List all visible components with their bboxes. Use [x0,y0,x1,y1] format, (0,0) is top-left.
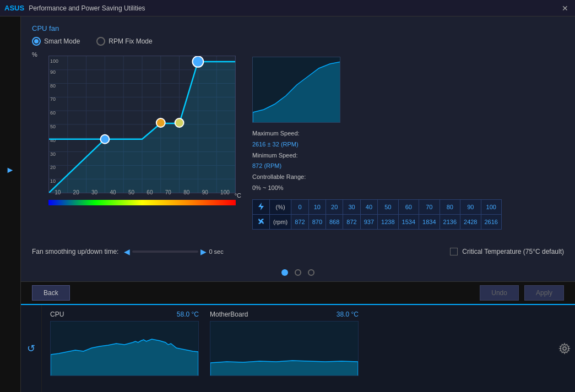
smart-mode-label: Smart Mode [44,37,80,45]
smart-mode-radio[interactable]: Smart Mode [32,37,80,46]
lightning-icon [256,202,266,211]
status-back-button[interactable]: ↺ [21,305,42,392]
mb-wave-svg [210,322,358,376]
title-bar: ASUS Performance and Power Saving Utilit… [0,0,575,17]
svg-text:90: 90 [50,69,56,75]
undo-button[interactable]: Undo [480,285,519,301]
settings-button[interactable] [554,305,575,392]
svg-marker-39 [51,339,198,376]
rpm-fix-radio-circle [96,37,105,46]
min-speed-value: 872 (RPM) [252,161,564,172]
cpu-temp-graph [50,321,199,376]
close-button[interactable]: ✕ [560,3,571,14]
svg-point-32 [156,118,165,127]
back-button[interactable]: Back [32,285,70,301]
svg-text:10: 10 [50,178,56,184]
top-section: CPU fan Smart Mode RPM Fix Mode % [21,17,575,281]
max-speed-value: 2616 ± 32 (RPM) [252,139,564,150]
status-bar: ↺ CPU 58.0 °C [21,304,575,392]
window-title: Performance and Power Saving Utilities [29,4,145,12]
svg-marker-40 [210,361,358,376]
sidebar-toggle[interactable]: ► [6,165,15,175]
smoothing-row: Fan smoothing up/down time: ◀ ▶ 0 sec [32,242,224,262]
mb-temp-graph [210,321,359,376]
slider-right-arrow[interactable]: ▶ [200,247,207,256]
cpu-temp-monitor: CPU 58.0 °C [50,311,199,386]
chart-y-label: % [32,51,37,58]
svg-text:60: 60 [50,110,56,116]
main-container: ► CPU fan Smart Mode RPM Fix Mode [0,17,575,392]
chart-svg: 10 20 30 40 50 60 70 80 90 100 [49,56,235,193]
page-dot-3[interactable] [308,269,314,276]
rpm-3: 872 [343,214,360,229]
slider-left-arrow[interactable]: ◀ [124,247,130,256]
pct-2: 20 [326,199,343,214]
gear-icon [558,342,571,355]
min-speed-label: Minimum Speed: [252,150,564,161]
pct-1: 10 [308,199,326,214]
rpm-table-container: (%) 0 10 20 30 40 50 60 70 80 90 [252,199,564,230]
slider-value: 0 sec [209,248,223,255]
rpm-10: 2616 [481,214,501,229]
rpm-5: 1238 [378,214,398,229]
pct-3: 30 [343,199,360,214]
fan-icon-cell [253,214,270,229]
page-dot-2[interactable] [295,269,301,276]
rpm-7: 1834 [419,214,440,229]
rpm-6: 1534 [398,214,419,229]
fan-icon [256,216,266,226]
cpu-label: CPU [50,311,64,318]
rpm-1: 870 [308,214,326,229]
pct-7: 70 [419,199,440,214]
motherboard-temp-monitor: MotherBoard 38.0 °C [210,311,359,386]
svg-text:80: 80 [50,83,56,89]
mb-value: 38.0 °C [337,311,359,318]
mb-monitor-header: MotherBoard 38.0 °C [210,311,359,318]
page-dot-1[interactable] [281,269,288,276]
svg-point-33 [175,118,184,127]
smart-mode-radio-circle [32,37,41,46]
rpm-4: 937 [360,214,377,229]
smoothing-critical-row: Fan smoothing up/down time: ◀ ▶ 0 sec Cr… [32,242,564,265]
smoothing-label: Fan smoothing up/down time: [32,248,118,255]
critical-temp-label: Critical Temperature (75°C default) [462,248,564,255]
slider-track[interactable] [132,251,198,253]
pct-4: 40 [360,199,377,214]
apply-button[interactable]: Apply [524,285,564,301]
svg-text:20: 20 [50,165,56,170]
speed-curve-svg [253,57,340,123]
chart-info-row: % [32,51,564,235]
chart-grid[interactable]: 10 20 30 40 50 60 70 80 90 100 [48,56,236,193]
pct-8: 80 [440,199,460,214]
pagination-row [32,265,564,280]
pct-label-cell: (%) [270,199,291,214]
svg-text:70: 70 [50,96,56,102]
chart-x-labels: 1020304050 60708090100 [48,189,236,195]
range-label: Controllable Range: [252,172,564,183]
svg-marker-37 [258,203,264,210]
svg-text:100: 100 [50,58,58,64]
pct-6: 60 [398,199,419,214]
svg-point-31 [100,135,109,144]
rpm-fix-mode-label: RPM Fix Mode [109,37,152,45]
range-value: 0% ~ 100% [252,183,564,194]
svg-point-34 [192,56,203,67]
cpu-wave-svg [51,322,198,376]
temp-monitors: CPU 58.0 °C MotherBoard 38.0 °C [42,305,554,392]
chart-c-label: °C [235,192,241,199]
pct-9: 90 [460,199,481,214]
svg-point-38 [260,220,263,222]
critical-temp-checkbox[interactable] [450,248,458,255]
rpm-table-rpm-row: (rpm) 872 870 868 872 937 1238 1534 1834… [253,214,502,229]
rpm-fix-mode-radio[interactable]: RPM Fix Mode [96,37,152,46]
rpm-2: 868 [326,214,343,229]
rpm-8: 2136 [440,214,460,229]
sidebar: ► [0,17,21,392]
slider-container: ◀ ▶ 0 sec [124,247,223,256]
info-panel: Maximum Speed: 2616 ± 32 (RPM) Minimum S… [252,51,564,235]
speed-graph [252,57,340,123]
button-row: Back Undo Apply [21,281,575,304]
cpu-fan-label: CPU fan [32,24,564,32]
max-speed-label: Maximum Speed: [252,128,564,139]
lightning-icon-cell [253,199,270,214]
